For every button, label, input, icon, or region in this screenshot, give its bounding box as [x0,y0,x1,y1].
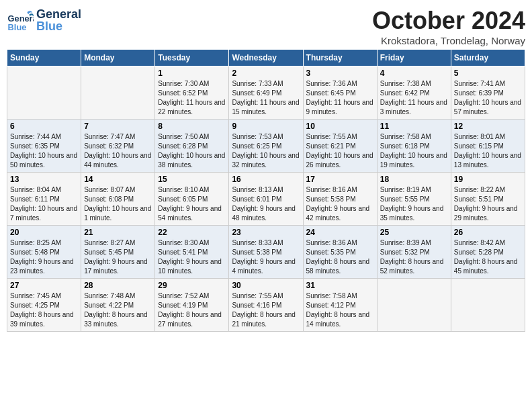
day-number: 9 [232,122,300,131]
day-info: Sunrise: 8:30 AM Sunset: 5:41 PM Dayligh… [158,238,226,276]
calendar-cell: 19Sunrise: 8:22 AM Sunset: 5:51 PM Dayli… [451,173,525,226]
calendar-table: SundayMondayTuesdayWednesdayThursdayFrid… [7,49,525,332]
calendar-cell: 30Sunrise: 7:55 AM Sunset: 4:16 PM Dayli… [229,279,303,332]
page-header: General Blue General Blue October 2024 K… [7,7,525,46]
calendar-cell [7,66,81,120]
calendar-cell: 4Sunrise: 7:38 AM Sunset: 6:42 PM Daylig… [377,66,451,120]
calendar-cell [377,279,451,332]
calendar-cell: 1Sunrise: 7:30 AM Sunset: 6:52 PM Daylig… [155,66,229,120]
day-number: 24 [306,228,374,237]
day-info: Sunrise: 7:47 AM Sunset: 6:32 PM Dayligh… [84,132,152,170]
day-info: Sunrise: 7:58 AM Sunset: 6:18 PM Dayligh… [380,132,448,170]
calendar-cell: 12Sunrise: 8:01 AM Sunset: 6:15 PM Dayli… [451,120,525,173]
day-info: Sunrise: 7:30 AM Sunset: 6:52 PM Dayligh… [158,79,226,117]
day-info: Sunrise: 7:52 AM Sunset: 4:19 PM Dayligh… [158,291,226,329]
day-info: Sunrise: 7:33 AM Sunset: 6:49 PM Dayligh… [232,79,300,117]
calendar-cell: 5Sunrise: 7:41 AM Sunset: 6:39 PM Daylig… [451,66,525,120]
day-info: Sunrise: 8:19 AM Sunset: 5:55 PM Dayligh… [380,185,448,223]
day-number: 5 [454,68,522,78]
logo: General Blue General Blue [7,7,81,34]
calendar-cell: 25Sunrise: 8:39 AM Sunset: 5:32 PM Dayli… [377,226,451,279]
day-info: Sunrise: 7:53 AM Sunset: 6:25 PM Dayligh… [232,132,300,170]
calendar-cell: 21Sunrise: 8:27 AM Sunset: 5:45 PM Dayli… [81,226,155,279]
day-info: Sunrise: 8:13 AM Sunset: 6:01 PM Dayligh… [232,185,300,223]
calendar-week-row: 20Sunrise: 8:25 AM Sunset: 5:48 PM Dayli… [7,226,525,279]
day-info: Sunrise: 8:10 AM Sunset: 6:05 PM Dayligh… [158,185,226,223]
calendar-cell: 8Sunrise: 7:50 AM Sunset: 6:28 PM Daylig… [155,120,229,173]
day-info: Sunrise: 7:38 AM Sunset: 6:42 PM Dayligh… [380,79,448,117]
weekday-header-tuesday: Tuesday [155,50,229,66]
day-number: 7 [84,122,152,131]
day-number: 16 [232,175,300,184]
day-info: Sunrise: 7:45 AM Sunset: 4:25 PM Dayligh… [10,291,78,329]
logo-icon: General Blue [7,7,34,34]
day-info: Sunrise: 8:07 AM Sunset: 6:08 PM Dayligh… [84,185,152,223]
day-info: Sunrise: 7:50 AM Sunset: 6:28 PM Dayligh… [158,132,226,170]
logo-general: General [36,8,81,20]
day-info: Sunrise: 7:44 AM Sunset: 6:35 PM Dayligh… [10,132,78,170]
logo-blue: Blue [36,20,81,32]
day-number: 17 [306,175,374,184]
calendar-cell [81,66,155,120]
day-number: 6 [10,122,78,131]
svg-text:Blue: Blue [8,22,27,32]
day-number: 30 [232,281,300,290]
day-number: 21 [84,228,152,237]
day-info: Sunrise: 8:25 AM Sunset: 5:48 PM Dayligh… [10,238,78,276]
weekday-header-sunday: Sunday [7,50,81,66]
calendar-week-row: 6Sunrise: 7:44 AM Sunset: 6:35 PM Daylig… [7,120,525,173]
calendar-cell: 11Sunrise: 7:58 AM Sunset: 6:18 PM Dayli… [377,120,451,173]
day-info: Sunrise: 8:01 AM Sunset: 6:15 PM Dayligh… [454,132,522,170]
calendar-week-row: 27Sunrise: 7:45 AM Sunset: 4:25 PM Dayli… [7,279,525,332]
calendar-cell: 28Sunrise: 7:48 AM Sunset: 4:22 PM Dayli… [81,279,155,332]
day-number: 11 [380,122,448,131]
calendar-cell: 31Sunrise: 7:58 AM Sunset: 4:12 PM Dayli… [303,279,377,332]
calendar-week-row: 13Sunrise: 8:04 AM Sunset: 6:11 PM Dayli… [7,173,525,226]
day-number: 2 [232,68,300,78]
calendar-cell: 3Sunrise: 7:36 AM Sunset: 6:45 PM Daylig… [303,66,377,120]
calendar-cell: 6Sunrise: 7:44 AM Sunset: 6:35 PM Daylig… [7,120,81,173]
day-number: 29 [158,281,226,290]
day-number: 23 [232,228,300,237]
calendar-cell: 18Sunrise: 8:19 AM Sunset: 5:55 PM Dayli… [377,173,451,226]
day-info: Sunrise: 7:55 AM Sunset: 4:16 PM Dayligh… [232,291,300,329]
day-number: 1 [158,68,226,78]
logo-text: General Blue [36,8,81,32]
weekday-header-thursday: Thursday [303,50,377,66]
day-info: Sunrise: 7:48 AM Sunset: 4:22 PM Dayligh… [84,291,152,329]
day-number: 13 [10,175,78,184]
calendar-cell: 16Sunrise: 8:13 AM Sunset: 6:01 PM Dayli… [229,173,303,226]
day-number: 27 [10,281,78,290]
calendar-cell: 15Sunrise: 8:10 AM Sunset: 6:05 PM Dayli… [155,173,229,226]
day-number: 15 [158,175,226,184]
day-number: 20 [10,228,78,237]
day-number: 10 [306,122,374,131]
day-info: Sunrise: 8:04 AM Sunset: 6:11 PM Dayligh… [10,185,78,223]
day-info: Sunrise: 7:58 AM Sunset: 4:12 PM Dayligh… [306,291,374,329]
day-number: 26 [454,228,522,237]
day-number: 8 [158,122,226,131]
calendar-cell: 27Sunrise: 7:45 AM Sunset: 4:25 PM Dayli… [7,279,81,332]
day-number: 31 [306,281,374,290]
day-info: Sunrise: 7:36 AM Sunset: 6:45 PM Dayligh… [306,79,374,117]
day-info: Sunrise: 8:16 AM Sunset: 5:58 PM Dayligh… [306,185,374,223]
calendar-cell: 26Sunrise: 8:42 AM Sunset: 5:28 PM Dayli… [451,226,525,279]
calendar-cell: 24Sunrise: 8:36 AM Sunset: 5:35 PM Dayli… [303,226,377,279]
day-info: Sunrise: 8:39 AM Sunset: 5:32 PM Dayligh… [380,238,448,276]
day-number: 22 [158,228,226,237]
weekday-header-monday: Monday [81,50,155,66]
day-number: 19 [454,175,522,184]
day-number: 12 [454,122,522,131]
calendar-cell: 17Sunrise: 8:16 AM Sunset: 5:58 PM Dayli… [303,173,377,226]
calendar-cell: 29Sunrise: 7:52 AM Sunset: 4:19 PM Dayli… [155,279,229,332]
day-info: Sunrise: 8:27 AM Sunset: 5:45 PM Dayligh… [84,238,152,276]
calendar-week-row: 1Sunrise: 7:30 AM Sunset: 6:52 PM Daylig… [7,66,525,120]
calendar-cell: 7Sunrise: 7:47 AM Sunset: 6:32 PM Daylig… [81,120,155,173]
calendar-cell: 13Sunrise: 8:04 AM Sunset: 6:11 PM Dayli… [7,173,81,226]
day-info: Sunrise: 7:55 AM Sunset: 6:21 PM Dayligh… [306,132,374,170]
weekday-header-saturday: Saturday [451,50,525,66]
weekday-header-row: SundayMondayTuesdayWednesdayThursdayFrid… [7,50,525,66]
weekday-header-friday: Friday [377,50,451,66]
month-title: October 2024 [372,7,525,35]
calendar-cell: 23Sunrise: 8:33 AM Sunset: 5:38 PM Dayli… [229,226,303,279]
